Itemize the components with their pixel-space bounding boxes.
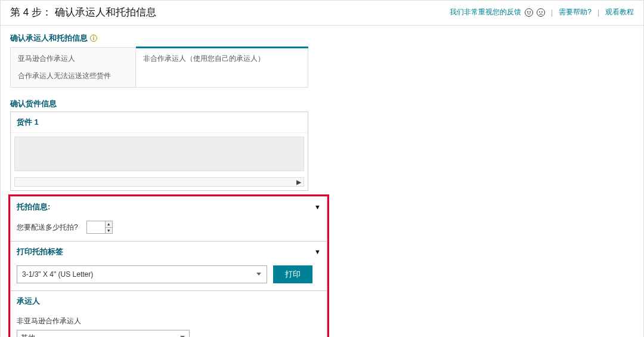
carrier-select[interactable]: 其他 [17,330,190,337]
scroll-right-icon[interactable]: ▶ [296,178,301,186]
shipment-container: 货件 1 ▶ [10,112,308,191]
shipment-section-title: 确认货件信息 [10,98,634,109]
tab-non-partner[interactable]: 非合作承运人（使用您自己的承运人） [136,48,308,87]
tutorial-link[interactable]: 观看教程 [605,7,634,17]
print-panel-head[interactable]: 打印托拍标签 ▼ [11,242,327,262]
carrier-section-title: 确认承运人和托拍信息 i [10,33,634,44]
stepper-up-icon[interactable]: ▲ [106,221,112,227]
collapse-icon: ▼ [314,203,321,211]
pallet-title: 托拍信息: [17,202,50,212]
carrier-tabs: 亚马逊合作承运人 合作承运人无法运送这些货件 非合作承运人（使用您自己的承运人） [10,47,308,88]
print-panel: 打印托拍标签 ▼ 3-1/3" X 4" (US Letter) 打印 [10,242,327,291]
info-icon[interactable]: i [90,35,97,42]
highlighted-area: 托拍信息: ▼ 您要配送多少托拍? ▲ ▼ [8,194,329,337]
separator: | [597,8,599,17]
feedback-link[interactable]: 我们非常重视您的反馈 [450,7,521,17]
separator: | [551,8,553,17]
tab-amazon-partner[interactable]: 亚马逊合作承运人 合作承运人无法运送这些货件 [11,48,136,87]
carrier-panel: 承运人 非亚马逊合作承运人 其他 [10,291,327,337]
shipment-grey-panel [14,137,304,171]
carrier-panel-head: 承运人 [11,291,327,311]
carrier-label: 非亚马逊合作承运人 [17,316,321,326]
print-button[interactable]: 打印 [273,265,312,283]
smile-icon[interactable] [525,8,533,17]
quantity-stepper[interactable]: ▲ ▼ [86,221,113,234]
pallet-panel: 托拍信息: ▼ 您要配送多少托拍? ▲ ▼ [10,196,327,242]
scroll-bar[interactable]: ▶ [14,177,304,187]
tab-right-title: 非合作承运人（使用您自己的承运人） [143,54,301,64]
print-title: 打印托拍标签 [17,246,63,257]
pallet-qty-label: 您要配送多少托拍? [17,222,78,233]
help-link[interactable]: 需要帮助? [559,7,592,17]
shipment-name: 货件 1 [11,112,308,133]
header-links: 我们非常重视您的反馈 | 需要帮助? | 观看教程 [450,7,634,17]
step-header: 第 4 步： 确认承运人和托拍信息 我们非常重视您的反馈 | 需要帮助? | 观… [1,1,643,26]
tab-left-title: 亚马逊合作承运人 [18,54,128,64]
pallet-qty-input[interactable] [87,221,105,233]
stepper-down-icon[interactable]: ▼ [106,227,112,234]
tab-left-note: 合作承运人无法运送这些货件 [18,71,128,81]
carrier-title: 承运人 [17,296,40,307]
step-title: 第 4 步： 确认承运人和托拍信息 [10,5,156,19]
collapse-icon: ▼ [314,248,321,255]
sad-icon[interactable] [537,8,545,17]
pallet-panel-head[interactable]: 托拍信息: ▼ [11,197,327,217]
carrier-section-title-text: 确认承运人和托拍信息 [10,33,88,44]
label-size-select[interactable]: 3-1/3" X 4" (US Letter) [17,265,267,283]
